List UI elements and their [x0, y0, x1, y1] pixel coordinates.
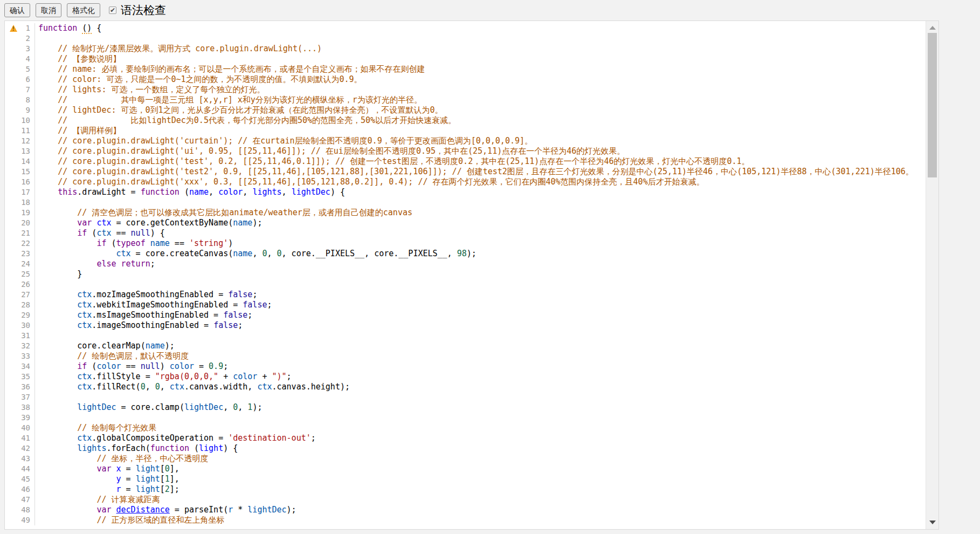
code-text: // lightDec: 可选，0到1之间，光从多少百分比才开始衰减（在此范围内…	[35, 105, 926, 115]
code-text: var decDistance = parseInt(r * lightDec)…	[35, 505, 926, 515]
code-text: // lights: 可选，一个数组，定义了每个独立的灯光。	[35, 85, 926, 95]
code-text: var ctx = core.getContextByName(name);	[35, 218, 926, 228]
confirm-button[interactable]: 确认	[4, 3, 30, 17]
scrollbar-thumb[interactable]	[928, 33, 937, 177]
syntax-check-label: 语法检查	[121, 3, 166, 18]
code-line[interactable]: 10 // 比如lightDec为0.5代表，每个灯光部分内圈50%的范围全亮，…	[5, 115, 926, 126]
code-line[interactable]: 25 }	[5, 269, 926, 279]
code-line[interactable]: 42 lights.forEach(function (light) {	[5, 443, 926, 454]
line-number: 32	[21, 341, 30, 351]
code-line[interactable]: 21 if (ctx == null) {	[5, 228, 926, 238]
code-line[interactable]: 27 ctx.mozImageSmoothingEnabled = false;	[5, 290, 926, 300]
code-text: // 绘制每个灯光效果	[35, 423, 926, 433]
gutter-cell: 4	[5, 54, 35, 64]
code-line[interactable]: 48 var decDistance = parseInt(r * lightD…	[5, 505, 926, 515]
code-line[interactable]: 47 // 计算衰减距离	[5, 495, 926, 505]
code-line[interactable]: 40 // 绘制每个灯光效果	[5, 423, 926, 433]
code-text: lights.forEach(function (light) {	[35, 443, 926, 454]
code-line[interactable]: 38 lightDec = core.clamp(lightDec, 0, 1)…	[5, 402, 926, 413]
code-line[interactable]: 45 y = light[1],	[5, 474, 926, 484]
line-number: 12	[21, 136, 30, 146]
vertical-scrollbar[interactable]	[926, 21, 938, 529]
code-line[interactable]: 6 // color: 可选，只能是一个0~1之间的数，为不透明度的值。不填则默…	[5, 74, 926, 85]
code-line[interactable]: 33 // 绘制色调层，默认不透明度	[5, 351, 926, 361]
code-line[interactable]: 13 // core.plugin.drawLight('ui', 0.95, …	[5, 146, 926, 156]
code-text: // 【参数说明】	[35, 54, 926, 64]
line-number: 43	[21, 454, 30, 464]
code-line[interactable]: 8 // 其中每一项是三元组 [x,y,r] x和y分别为该灯光的横纵坐标，r为…	[5, 95, 926, 105]
code-line[interactable]: 36 ctx.fillRect(0, 0, ctx.canvas.width, …	[5, 382, 926, 392]
line-number: 23	[21, 249, 30, 259]
code-line[interactable]: 31	[5, 331, 926, 341]
code-line[interactable]: 12 // core.plugin.drawLight('curtain'); …	[5, 136, 926, 146]
code-line[interactable]: 18	[5, 197, 926, 208]
code-line[interactable]: 24 else return;	[5, 259, 926, 269]
line-number: 15	[21, 167, 30, 177]
code-line[interactable]: 17 this.drawLight = function (name, colo…	[5, 187, 926, 197]
code-line[interactable]: 39	[5, 413, 926, 423]
code-text: ctx.fillRect(0, 0, ctx.canvas.width, ctx…	[35, 382, 926, 392]
code-line[interactable]: 23 ctx = core.createCanvas(name, 0, 0, c…	[5, 249, 926, 259]
code-line[interactable]: 37	[5, 392, 926, 402]
code-text: // core.plugin.drawLight('test2', 0.9, […	[35, 167, 926, 177]
code-line[interactable]: 7 // lights: 可选，一个数组，定义了每个独立的灯光。	[5, 85, 926, 95]
code-line[interactable]: 15 // core.plugin.drawLight('test2', 0.9…	[5, 167, 926, 177]
code-text: // 绘制色调层，默认不透明度	[35, 351, 926, 361]
gutter-cell: 33	[5, 351, 35, 361]
code-line[interactable]: 35 ctx.fillStyle = "rgba(0,0,0," + color…	[5, 372, 926, 382]
code-line[interactable]: 19 // 清空色调层；也可以修改成其它层比如animate/weather层，…	[5, 208, 926, 218]
line-number: 4	[26, 54, 30, 64]
code-line[interactable]: 3 // 绘制灯光/漆黑层效果。调用方式 core.plugin.drawLig…	[5, 44, 926, 54]
code-lines[interactable]: 1function () {23 // 绘制灯光/漆黑层效果。调用方式 core…	[5, 21, 926, 529]
line-number: 24	[21, 259, 30, 269]
scrollbar-up-arrow-icon[interactable]	[929, 26, 936, 30]
gutter-cell: 12	[5, 136, 35, 146]
code-line[interactable]: 46 r = light[2];	[5, 484, 926, 495]
code-text: // core.plugin.drawLight('test', 0.2, [[…	[35, 156, 926, 167]
syntax-check-checkbox[interactable]	[109, 6, 116, 14]
gutter-cell: 19	[5, 208, 35, 218]
code-line[interactable]: 28 ctx.webkitImageSmoothingEnabled = fal…	[5, 300, 926, 310]
gutter-cell: 42	[5, 443, 35, 454]
code-line[interactable]: 49 // 正方形区域的直径和左上角坐标	[5, 515, 926, 525]
line-number: 22	[21, 238, 30, 249]
code-text: // core.plugin.drawLight('curtain'); // …	[35, 136, 926, 146]
code-line[interactable]: 26	[5, 279, 926, 290]
code-line[interactable]: 41 ctx.globalCompositeOperation = 'desti…	[5, 433, 926, 443]
gutter-cell: 40	[5, 423, 35, 433]
code-line[interactable]: 4 // 【参数说明】	[5, 54, 926, 64]
cancel-button[interactable]: 取消	[36, 3, 61, 17]
line-number: 27	[21, 290, 30, 300]
code-line[interactable]: 5 // name: 必填，要绘制到的画布名；可以是一个系统画布，或者是个自定义…	[5, 64, 926, 74]
code-line[interactable]: 34 if (color == null) color = 0.9;	[5, 361, 926, 372]
code-line[interactable]: 1function () {	[5, 23, 926, 33]
code-line[interactable]: 32 core.clearMap(name);	[5, 341, 926, 351]
code-line[interactable]: 14 // core.plugin.drawLight('test', 0.2,…	[5, 156, 926, 167]
line-number: 1	[26, 23, 30, 33]
code-line[interactable]: 29 ctx.msImageSmoothingEnabled = false;	[5, 310, 926, 320]
code-line[interactable]: 43 // 坐标，半径，中心不透明度	[5, 454, 926, 464]
scrollbar-down-arrow-icon[interactable]	[929, 521, 936, 524]
gutter-cell: 23	[5, 249, 35, 259]
gutter-cell: 6	[5, 74, 35, 85]
gutter-cell: 10	[5, 115, 35, 126]
line-number: 33	[21, 351, 30, 361]
code-line[interactable]: 20 var ctx = core.getContextByName(name)…	[5, 218, 926, 228]
gutter-cell: 20	[5, 218, 35, 228]
code-line[interactable]: 2	[5, 33, 926, 44]
line-number: 11	[21, 126, 30, 136]
code-line[interactable]: 44 var x = light[0],	[5, 464, 926, 474]
code-line[interactable]: 22 if (typeof name == 'string')	[5, 238, 926, 249]
format-button[interactable]: 格式化	[67, 3, 100, 17]
gutter-cell: 35	[5, 372, 35, 382]
gutter-cell: 1	[5, 23, 35, 33]
code-text: this.drawLight = function (name, color, …	[35, 187, 926, 197]
code-line[interactable]: 9 // lightDec: 可选，0到1之间，光从多少百分比才开始衰减（在此范…	[5, 105, 926, 115]
line-number: 9	[26, 105, 30, 115]
code-editor[interactable]: 1function () {23 // 绘制灯光/漆黑层效果。调用方式 core…	[4, 20, 939, 530]
line-number: 19	[21, 208, 30, 218]
line-number: 17	[21, 187, 30, 197]
code-line[interactable]: 16 // core.plugin.drawLight('xxx', 0.3, …	[5, 177, 926, 187]
code-line[interactable]: 11 // 【调用样例】	[5, 126, 926, 136]
code-line[interactable]: 30 ctx.imageSmoothingEnabled = false;	[5, 320, 926, 331]
